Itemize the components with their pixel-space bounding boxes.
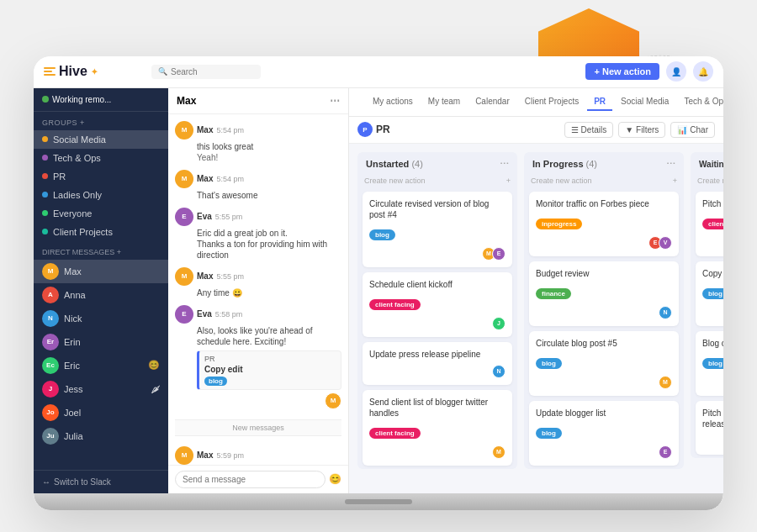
tab-tech-ops[interactable]: Tech & Ops — [677, 93, 723, 111]
logo-line-1 — [44, 67, 56, 69]
avatar: Ec — [42, 357, 59, 374]
project-avatar: P — [357, 122, 373, 137]
sidebar-item-ladies-only[interactable]: Ladies Only — [34, 186, 168, 204]
dm-joel[interactable]: Jo Joel — [34, 401, 168, 424]
avatar: Jo — [42, 404, 59, 421]
message-text: Yeah! — [197, 152, 341, 163]
kanban-card[interactable]: Circulate blog post #5 blog M — [529, 331, 679, 396]
chat-message: M Max 5:55 pm Any time 😀 — [175, 267, 341, 298]
avatar: A — [42, 287, 59, 303]
tab-pr[interactable]: PR — [587, 93, 612, 111]
sidebar-item-pr[interactable]: PR — [34, 167, 168, 186]
avatar: N — [659, 306, 672, 319]
kanban-card[interactable]: Pitch clients name for podcast client fa… — [696, 192, 723, 256]
board-toolbar: P PR ☰ Details ▼ Filters 📊 — [349, 117, 723, 144]
group-dot — [42, 155, 48, 161]
chat-title: Max — [177, 95, 196, 107]
kanban-card[interactable]: Schedule client kickoff client facing J — [363, 272, 512, 337]
kanban-card[interactable]: Blog content review blog E N — [696, 331, 723, 396]
switch-label: Switch to Slack — [54, 477, 111, 487]
card-tag: blog — [536, 428, 562, 439]
kanban-card[interactable]: Send client list of blogger twitter hand… — [363, 390, 512, 466]
app-logo: Hive ✦ — [44, 64, 145, 79]
filter-icon: ▼ — [625, 125, 633, 134]
avatar: J — [42, 381, 59, 398]
workspace-item[interactable]: Working remo... — [34, 88, 168, 112]
app-title: Hive — [59, 64, 87, 79]
dm-erin[interactable]: Er Erin — [34, 330, 168, 354]
group-dot — [42, 229, 48, 234]
tab-my-team[interactable]: My team — [421, 93, 467, 111]
dm-anna[interactable]: A Anna — [34, 283, 168, 307]
project-board: My actions My team Calendar Client Proje… — [349, 88, 723, 493]
kanban-card[interactable]: Update blogger list blog E — [529, 401, 679, 466]
kanban-card[interactable]: Pitch contacts for client press release … — [696, 401, 723, 455]
laptop-notch — [345, 499, 412, 504]
create-action-waiting[interactable]: Create new action + — [691, 173, 723, 188]
kanban-column-unstarted: Unstarted (4) ⋯ Create new action + Circ… — [357, 152, 517, 469]
search-bar[interactable]: 🔍 — [151, 65, 261, 79]
message-text: Also, looks like you're ahead of schedul… — [197, 325, 341, 347]
avatar: Ju — [42, 428, 59, 445]
kanban-card[interactable]: Monitor traffic on Forbes piece inprogre… — [529, 192, 679, 256]
chat-divider: New messages — [175, 419, 341, 436]
user-icon[interactable]: 👤 — [666, 61, 686, 82]
kanban-card[interactable]: Circulate revised version of blog post #… — [363, 192, 512, 267]
switch-to-slack[interactable]: ↔ Switch to Slack — [34, 470, 168, 493]
avatar: E — [175, 208, 193, 226]
tab-client-projects[interactable]: Client Projects — [518, 93, 585, 111]
kanban-column-waiting: Waiting for Approval (4) ⋯ Create new ac… — [691, 152, 723, 458]
logo-star: ✦ — [91, 67, 98, 76]
sidebar-item-everyone[interactable]: Everyone — [34, 204, 168, 223]
tab-calendar[interactable]: Calendar — [468, 93, 516, 111]
kanban-card[interactable]: Copy edit blog M — [696, 261, 723, 326]
create-action-inprogress[interactable]: Create new action + — [524, 173, 684, 188]
dm-nick[interactable]: N Nick — [34, 307, 168, 330]
main-body: Working remo... GROUPS + Social Media Te… — [34, 88, 723, 493]
details-icon: ☰ — [571, 125, 579, 134]
column-header: In Progress (4) ⋯ — [524, 152, 684, 173]
dm-title: DIRECT MESSAGES + — [34, 241, 168, 260]
card-avatars: J — [492, 317, 506, 330]
group-label: Tech & Ops — [53, 153, 101, 163]
message-input[interactable] — [175, 471, 326, 488]
group-dot — [42, 192, 48, 198]
filters-button[interactable]: ▼ Filters — [618, 122, 665, 138]
dm-julia[interactable]: Ju Julia — [34, 424, 168, 448]
emoji-icon[interactable]: 😊 — [329, 473, 341, 485]
card-avatars: M — [659, 376, 672, 389]
create-action-unstarted[interactable]: Create new action + — [357, 173, 517, 188]
card-tag: client facing — [702, 219, 723, 229]
tab-social-media[interactable]: Social Media — [614, 93, 675, 111]
details-button[interactable]: ☰ Details — [564, 122, 614, 138]
tab-my-actions[interactable]: My actions — [366, 93, 420, 111]
sidebar-item-social-media[interactable]: Social Media — [34, 130, 168, 149]
card-tag: blog — [702, 288, 723, 299]
column-menu[interactable]: ⋯ — [666, 159, 675, 170]
sidebar-item-tech-ops[interactable]: Tech & Ops — [34, 149, 168, 167]
message-text: Thanks a ton for providing him with dire… — [197, 239, 341, 261]
chart-button[interactable]: 📊 Char — [670, 122, 715, 138]
column-menu[interactable]: ⋯ — [500, 159, 509, 170]
avatar: J — [492, 317, 506, 330]
dm-max[interactable]: M Max — [34, 260, 168, 283]
card-tag: blog — [369, 229, 395, 240]
chat-menu-icon[interactable]: ⋯ — [330, 95, 340, 107]
search-input[interactable] — [171, 67, 254, 76]
chat-input-area: 😊 — [168, 465, 348, 493]
kanban-card[interactable]: Update press release pipeline N — [363, 342, 512, 385]
kanban-cards: Monitor traffic on Forbes piece inprogre… — [524, 188, 684, 469]
sidebar-item-client-projects[interactable]: Client Projects — [34, 223, 168, 241]
dm-jess[interactable]: J Jess 🌶 — [34, 377, 168, 401]
dm-eric[interactable]: Ec Eric 😊 — [34, 354, 168, 377]
group-label: Social Media — [53, 134, 106, 145]
avatar: M — [659, 376, 672, 389]
kanban-column-in-progress: In Progress (4) ⋯ Create new action + Mo… — [524, 152, 684, 469]
card-avatars: N — [492, 365, 506, 378]
notification-icon[interactable]: 🔔 — [693, 61, 713, 82]
kanban-cards: Circulate revised version of blog post #… — [357, 188, 517, 469]
kanban-card[interactable]: Budget review finance N — [529, 261, 679, 326]
new-action-button[interactable]: + New action — [585, 63, 659, 80]
avatar: E — [492, 247, 506, 261]
kanban-area: Unstarted (4) ⋯ Create new action + Circ… — [349, 144, 723, 493]
